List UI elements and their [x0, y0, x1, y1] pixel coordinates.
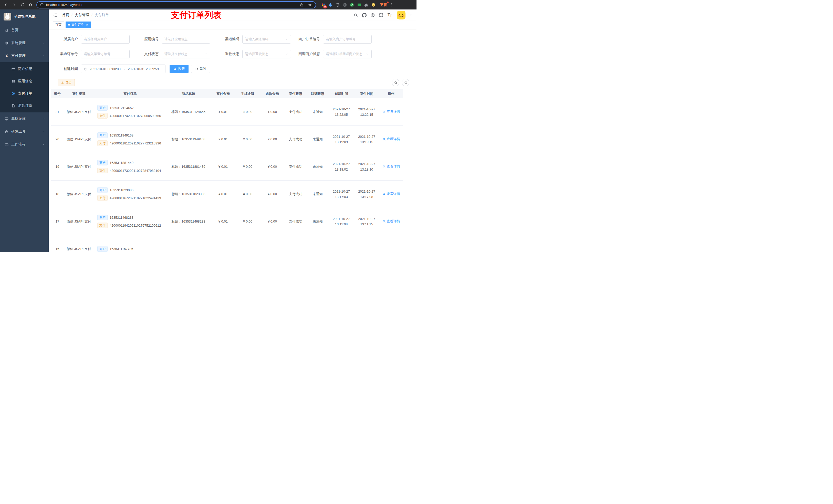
tab-pay-order[interactable]: 支付订单× [66, 22, 91, 28]
search-icon [382, 165, 386, 168]
filter-select-refund-status[interactable]: 请选择退款状态 [242, 50, 291, 58]
puzzle-icon[interactable] [364, 2, 369, 7]
filter-input-merchant[interactable]: 请选择所属商户 [81, 35, 129, 44]
filter-input-channel-order-no[interactable]: 请输入渠道订单号 [81, 50, 129, 58]
refresh-icon [404, 81, 407, 85]
pay-amount-cell: ¥ 0.01 [211, 153, 235, 180]
tab-active-dot [68, 24, 70, 26]
pay-time-cell: 2021-10-2713:17:08 [354, 180, 379, 208]
pay-transaction-no: 4200001173202110272847982104 [110, 169, 161, 173]
export-button[interactable]: 导出 [57, 79, 75, 86]
sidebar-item-dev-tools[interactable]: 研发工具 [0, 125, 49, 138]
title-cell: 标题：1635311949168 [166, 125, 211, 153]
more-vert-icon[interactable] [389, 2, 395, 8]
view-detail-link[interactable]: 查看详情 [382, 192, 400, 196]
pay-transaction-no: 4200001194202110276752100612 [110, 223, 161, 227]
filter-field-merchant-order-no: 商户订单编号请输入商户订单编号 [293, 35, 374, 44]
date-range-separator: - [123, 67, 126, 71]
refresh-table-button[interactable] [402, 79, 409, 86]
back-icon[interactable] [3, 2, 9, 8]
chevron-down-icon [285, 38, 288, 41]
drop-icon[interactable] [328, 2, 333, 7]
channel-cell: 微信 JSAPI 支付 [64, 180, 94, 208]
create-time-range-picker[interactable]: 2021-10-01 00:00:00 - 2021-10-31 23:59:5… [81, 65, 165, 73]
pay-status-cell: 支付成功 [285, 208, 307, 235]
placeholder-text: 请输入渠道编码 [245, 37, 285, 42]
filter-select-app-no[interactable]: 请选择应用信息 [162, 35, 210, 44]
search-icon [382, 110, 386, 114]
close-icon[interactable]: × [85, 23, 89, 26]
caret-down-icon[interactable] [409, 14, 412, 17]
question-icon[interactable] [371, 13, 375, 18]
notify-status-cell: 未通知 [307, 98, 329, 125]
pay-time-cell: 2021-10-2713:18:10 [354, 153, 379, 180]
product-title: 标题：1635311949168 [171, 137, 205, 141]
view-detail-link[interactable]: 查看详情 [382, 110, 400, 114]
pay-order-cell: 商户1635311881440支付42000011732021102728479… [94, 153, 166, 180]
clock-icon [84, 67, 88, 71]
pay-status-cell: 支付成功 [285, 153, 307, 180]
sidebar-item-workflow[interactable]: 工作流程 [0, 138, 49, 151]
chat-icon[interactable] [357, 2, 362, 7]
pay-tag: 支付 [97, 222, 108, 228]
action-cell: 查看详情 [379, 153, 403, 180]
refresh-icon[interactable] [19, 2, 26, 8]
filter-select-callback-status[interactable]: 请选择订单回调商户状态 [323, 50, 372, 58]
main-area: 首页/支付管理/支付订单 支付订单列表 TT 首页支付订单× 所属商户请选择所属… [49, 9, 416, 252]
extensions-dots-icon[interactable]: 10 [321, 2, 326, 7]
sidebar-item-label: 退款订单 [18, 103, 32, 108]
search-button[interactable]: 搜索 [170, 65, 189, 73]
create-time-cell: 2021-10-2713:18:02 [329, 153, 354, 180]
fullscreen-icon[interactable] [379, 13, 383, 18]
url-bar[interactable]: localhost:1024/pay/order [37, 1, 316, 8]
home-icon[interactable] [27, 2, 34, 8]
briefcase-icon [5, 142, 9, 146]
breadcrumb-item[interactable]: 支付管理 [75, 13, 89, 18]
view-detail-link[interactable]: 查看详情 [382, 164, 400, 169]
target-icon [11, 91, 15, 96]
emoji-icon[interactable] [371, 2, 376, 7]
search-icon[interactable] [354, 13, 358, 18]
sidebar-item-infrastructure[interactable]: 基础设施 [0, 113, 49, 125]
search-icon [382, 138, 386, 141]
sidebar-item-pay-mgmt[interactable]: ¥支付管理 [0, 49, 49, 62]
breadcrumb-item[interactable]: 首页 [62, 13, 69, 18]
filter-input-merchant-order-no[interactable]: 请输入商户订单编号 [323, 35, 372, 44]
view-detail-link[interactable]: 查看详情 [382, 219, 400, 223]
pay-transaction-no: 4200001167202110271022491439 [110, 196, 161, 200]
filter-label-channel-code: 渠道编码 [212, 37, 242, 42]
share-icon[interactable] [299, 2, 304, 7]
toggle-search-button[interactable] [392, 79, 399, 86]
info-icon[interactable] [40, 3, 44, 7]
merchant-order-no: 1635311949168 [110, 134, 134, 137]
sidebar-item-system-mgmt[interactable]: 系统管理 [0, 37, 49, 49]
view-detail-link[interactable]: 查看详情 [382, 137, 400, 141]
avatar-emoji[interactable] [397, 11, 405, 20]
forward-icon[interactable] [11, 2, 18, 8]
pay-order-cell: 商户1635311949168支付42000011812021102777232… [94, 125, 166, 153]
table-header-row: 编号支付渠道支付订单商品标题支付金额手续金额退款金额支付状态回调状态创建时间支付… [51, 89, 403, 98]
font-size-icon[interactable]: TT [387, 13, 392, 18]
sidebar-item-pay-order[interactable]: 支付订单 [0, 87, 49, 100]
tab-home[interactable]: 首页 [53, 22, 64, 28]
sidebar-item-home[interactable]: 首页 [0, 24, 49, 37]
green-circle-icon[interactable] [349, 2, 355, 7]
globe-dark-icon[interactable] [342, 2, 347, 7]
sidebar-item-merchant-info[interactable]: 商户信息 [0, 63, 49, 75]
fold-icon[interactable] [53, 13, 58, 18]
table-row: 21微信 JSAPI 支付商户1635312124657支付4200001174… [51, 98, 403, 125]
sidebar-item-app-info[interactable]: 应用信息 [0, 75, 49, 87]
notify-status-cell [307, 235, 329, 252]
github-icon[interactable] [362, 13, 366, 18]
filter-select-pay-status[interactable]: 请选择支付状态 [162, 50, 210, 58]
action-cell: 查看详情 [379, 125, 403, 153]
star-icon[interactable] [307, 2, 312, 7]
channel-cell: 微信 JSAPI 支付 [64, 208, 94, 235]
pay-tag: 支付 [97, 168, 108, 173]
sidebar-item-refund-order[interactable]: 退款订单 [0, 100, 49, 112]
app-logo[interactable]: 芋道管理系统 [0, 9, 49, 24]
filter-select-channel-code[interactable]: 请输入渠道编码 [242, 35, 291, 44]
browser-update-button[interactable]: 更新 [378, 2, 389, 8]
reset-button[interactable]: 重置 [191, 65, 210, 73]
globe-icon[interactable] [335, 2, 340, 7]
